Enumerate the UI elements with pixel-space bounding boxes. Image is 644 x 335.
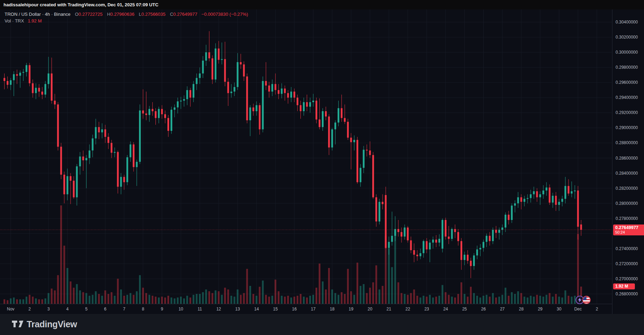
volume-value: 1.92 M bbox=[28, 18, 42, 24]
time-axis-label: 11 bbox=[198, 304, 202, 314]
time-axis-label: 24 bbox=[443, 304, 448, 314]
price-axis-label: 0.30000000 bbox=[616, 50, 638, 55]
tradingview-logo-icon[interactable] bbox=[12, 320, 25, 330]
price-axis-label: 0.29400000 bbox=[616, 95, 638, 100]
price-axis-label: 0.29800000 bbox=[616, 65, 638, 70]
time-axis-label: 19 bbox=[349, 304, 353, 314]
lightning-icon bbox=[578, 297, 582, 302]
open-value: 0.27722725 bbox=[79, 12, 103, 17]
price-axis-label: 0.29000000 bbox=[616, 125, 638, 130]
price-axis-label: 0.27400000 bbox=[616, 246, 638, 251]
high-label: H bbox=[107, 12, 110, 17]
current-price-badge: 0.27649977 50:24 bbox=[613, 225, 644, 235]
time-axis-label: 22 bbox=[405, 304, 410, 314]
attribution-bar: hadissalehipour created with TradingView… bbox=[0, 0, 644, 9]
tradingview-wordmark[interactable]: TradingView bbox=[27, 319, 77, 329]
price-axis-label: 0.29600000 bbox=[616, 80, 638, 85]
low-label: L bbox=[139, 12, 141, 17]
bar-countdown: 50:24 bbox=[615, 230, 644, 234]
tradingview-footer: TradingView bbox=[0, 314, 644, 335]
time-axis-label: 30 bbox=[557, 304, 561, 314]
price-axis-label: 0.28000000 bbox=[616, 201, 638, 206]
high-value: 0.27960636 bbox=[110, 12, 134, 17]
volume-legend[interactable]: Vol · TRX 1.92 M bbox=[5, 18, 42, 24]
time-axis-label: 25 bbox=[462, 304, 467, 314]
symbol-title[interactable]: TRON / US Dollar · 4h · Binance bbox=[5, 12, 71, 17]
time-axis-label: 29 bbox=[538, 304, 542, 314]
close-label: C bbox=[170, 12, 173, 17]
time-axis-label: 3 bbox=[47, 304, 50, 314]
low-value: 0.27566035 bbox=[141, 12, 166, 17]
price-axis-label: 0.27200000 bbox=[616, 261, 638, 266]
time-axis-label: 5 bbox=[85, 304, 88, 314]
time-axis-label: 23 bbox=[424, 304, 429, 314]
price-axis-label: 0.30200000 bbox=[616, 35, 638, 40]
time-axis-label: 20 bbox=[367, 304, 372, 314]
us-flag-icon bbox=[583, 296, 590, 304]
time-axis-label: 26 bbox=[481, 304, 486, 314]
time-axis-label: 18 bbox=[330, 304, 334, 314]
current-volume-badge: 1.92 M bbox=[613, 283, 635, 289]
price-axis-label: 0.29200000 bbox=[616, 110, 638, 115]
change-value: −0.00073830 (−0.27%) bbox=[201, 12, 248, 17]
price-axis-label: 0.27800000 bbox=[616, 216, 638, 221]
time-axis-label: 7 bbox=[123, 304, 125, 314]
price-axis[interactable]: 0.304000000.302000000.300000000.29800000… bbox=[612, 9, 644, 314]
attribution-text: hadissalehipour created with TradingView… bbox=[4, 2, 158, 7]
symbol-legend[interactable]: TRON / US Dollar · 4h · Binance O0.27722… bbox=[5, 12, 248, 17]
time-axis-label: 8 bbox=[142, 304, 144, 314]
time-axis-label: 16 bbox=[292, 304, 297, 314]
time-axis-label: 17 bbox=[311, 304, 316, 314]
candlestick-chart-canvas[interactable] bbox=[0, 0, 644, 335]
time-axis-label: 13 bbox=[235, 304, 240, 314]
time-axis-label: 2 bbox=[596, 304, 598, 314]
time-axis-label: 4 bbox=[66, 304, 69, 314]
price-axis-label: 0.28600000 bbox=[616, 156, 638, 161]
price-axis-label: 0.27000000 bbox=[616, 276, 638, 281]
time-axis-label: 14 bbox=[254, 304, 259, 314]
time-axis-label: Nov bbox=[7, 304, 14, 314]
time-axis-label: Dec bbox=[574, 304, 582, 314]
time-axis-label: 15 bbox=[273, 304, 278, 314]
price-axis-label: 0.28800000 bbox=[616, 140, 638, 145]
open-label: O bbox=[75, 12, 78, 17]
time-axis-label: 6 bbox=[104, 304, 107, 314]
price-axis-label: 0.28400000 bbox=[616, 171, 638, 176]
time-axis-label: 28 bbox=[519, 304, 524, 314]
time-axis-label: 9 bbox=[161, 304, 163, 314]
time-axis-label: 27 bbox=[500, 304, 505, 314]
current-price-value: 0.27649977 bbox=[615, 225, 644, 230]
current-volume-value: 1.92 M bbox=[615, 284, 628, 289]
time-axis-label: 12 bbox=[216, 304, 221, 314]
close-value: 0.27649977 bbox=[173, 12, 198, 17]
price-axis-label: 0.26800000 bbox=[616, 292, 638, 296]
time-axis-label: 21 bbox=[386, 304, 391, 314]
price-axis-label: 0.30400000 bbox=[616, 20, 638, 25]
price-axis-label: 0.28200000 bbox=[616, 186, 638, 191]
us-flag-event-icon[interactable] bbox=[582, 296, 591, 304]
time-axis[interactable]: Nov2345678910111213141516171819202122232… bbox=[0, 304, 644, 314]
time-axis-label: 10 bbox=[179, 304, 183, 314]
time-axis-label: 2 bbox=[28, 304, 31, 314]
tradingview-chart-page: { "top_bar": {"text": "hadissalehipour c… bbox=[0, 0, 644, 335]
volume-label: Vol · TRX bbox=[5, 18, 24, 24]
